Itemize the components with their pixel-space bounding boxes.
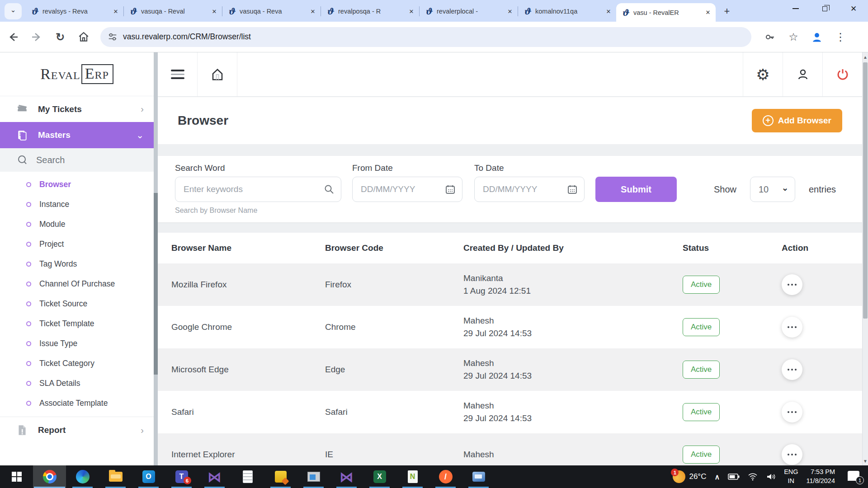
sidebar-scrollbar-thumb[interactable] <box>154 193 158 375</box>
taskbar-teams[interactable]: T 6 <box>165 465 198 488</box>
home-button[interactable] <box>73 27 94 47</box>
sidebar-item-ticket-source[interactable]: Ticket Source <box>0 294 154 314</box>
tray-expand-button[interactable] <box>710 465 724 488</box>
add-browser-button[interactable]: Add Browser <box>752 109 842 132</box>
logout-button[interactable] <box>822 52 862 96</box>
window-minimize-button[interactable] <box>781 0 810 17</box>
battery-indicator[interactable] <box>724 465 744 488</box>
chevron-down-icon <box>782 184 788 194</box>
from-date-input[interactable] <box>361 184 445 194</box>
search-icon[interactable] <box>324 184 335 195</box>
calendar-icon[interactable] <box>567 184 578 195</box>
scroll-up-icon[interactable] <box>863 53 868 61</box>
browser-tab-4[interactable]: revalposqa - R <box>321 4 419 19</box>
settings-button[interactable] <box>743 52 783 96</box>
reload-button[interactable] <box>50 27 71 47</box>
sidebar-item-channel-of-purchase[interactable]: Channel Of Purchase <box>0 274 154 294</box>
sidebar-item-module[interactable]: Module <box>0 214 154 234</box>
sidebar-item-browser[interactable]: Browser <box>0 174 154 194</box>
row-actions-button[interactable] <box>782 317 802 338</box>
taskbar-postman[interactable]: / <box>429 465 462 488</box>
sidebar-item-ticket-template[interactable]: Ticket Template <box>0 314 154 333</box>
logo-text-boxed: Erp <box>81 64 113 84</box>
bookmark-star-button[interactable] <box>783 27 804 47</box>
sidebar-search[interactable]: Search <box>0 148 154 172</box>
search-input[interactable] <box>184 184 324 194</box>
taskbar-window-app[interactable] <box>297 465 330 488</box>
clock[interactable]: 7:53 PM 11/8/2024 <box>802 465 839 488</box>
sidebar-item-sla-details[interactable]: SLA Details <box>0 373 154 393</box>
browser-tab-1[interactable]: revalsys - Reva <box>25 4 123 19</box>
back-button[interactable] <box>3 27 24 47</box>
profile-avatar[interactable] <box>807 27 827 47</box>
start-button[interactable] <box>0 465 33 488</box>
search-word-field[interactable] <box>175 177 341 202</box>
sidebar-item-instance[interactable]: Instance <box>0 194 154 214</box>
tab-close-icon[interactable] <box>604 7 613 15</box>
profile-button[interactable] <box>783 52 822 96</box>
submit-button[interactable]: Submit <box>595 177 677 202</box>
sidebar-item-report[interactable]: Report <box>0 417 154 443</box>
browser-tab-2[interactable]: vasuqa - Reval <box>124 4 222 19</box>
page-size-select[interactable]: 10 <box>750 177 795 202</box>
window-restore-button[interactable] <box>810 0 839 17</box>
notification-center-button[interactable]: 1 <box>839 465 865 488</box>
url-text[interactable]: vasu.revalerp.com/CRM/Browser/list <box>123 32 251 42</box>
to-date-input[interactable] <box>483 184 567 194</box>
browser-tab-3[interactable]: vasuqa - Reva <box>222 4 321 19</box>
sidebar-item-tag-words[interactable]: Tag Words <box>0 254 154 274</box>
language-indicator[interactable]: ENG IN <box>780 465 802 488</box>
site-settings-icon[interactable] <box>108 32 118 42</box>
sidebar-item-my-tickets[interactable]: My Tickets <box>0 96 154 122</box>
taskbar-file-explorer[interactable] <box>99 465 132 488</box>
network-indicator[interactable] <box>744 465 762 488</box>
to-date-field[interactable] <box>474 177 585 202</box>
tab-close-icon[interactable] <box>210 7 218 15</box>
taskbar-notepad-plus[interactable]: N <box>396 465 429 488</box>
sidebar-item-masters[interactable]: Masters <box>0 122 154 148</box>
row-actions-button[interactable] <box>782 274 802 295</box>
minimize-icon <box>793 8 799 9</box>
app-home-button[interactable] <box>198 52 237 96</box>
sidebar-scrollbar[interactable] <box>154 52 158 465</box>
sidebar-item-associate-template[interactable]: Associate Template <box>0 393 154 413</box>
taskbar-visual-studio-2[interactable] <box>330 465 363 488</box>
forward-button[interactable] <box>26 27 47 47</box>
row-actions-button[interactable] <box>782 402 802 422</box>
taskbar-terminal[interactable] <box>462 465 495 488</box>
tab-search-chevron-icon[interactable] <box>5 3 22 19</box>
browser-tab-6[interactable]: komalnov11qa <box>518 4 616 19</box>
taskbar-visual-studio[interactable] <box>198 465 231 488</box>
tab-close-icon[interactable] <box>506 7 514 15</box>
browser-tab-active[interactable]: vasu - RevalER <box>616 3 716 22</box>
taskbar-outlook[interactable]: O <box>132 465 165 488</box>
browser-menu-button[interactable] <box>830 27 851 47</box>
address-bar[interactable]: vasu.revalerp.com/CRM/Browser/list <box>100 27 751 47</box>
weather-widget[interactable]: 1 26°C <box>669 465 710 488</box>
tab-close-icon[interactable] <box>407 7 415 15</box>
taskbar-ssms[interactable] <box>264 465 297 488</box>
page-scrollbar[interactable] <box>862 52 868 465</box>
taskbar-chrome[interactable] <box>33 465 66 488</box>
from-date-field[interactable] <box>352 177 462 202</box>
page-scrollbar-thumb[interactable] <box>863 62 868 319</box>
tab-close-icon[interactable] <box>112 7 120 15</box>
sidebar-item-issue-type[interactable]: Issue Type <box>0 333 154 353</box>
scroll-down-icon[interactable] <box>863 457 868 465</box>
browser-tab-5[interactable]: revalerplocal - <box>420 4 518 19</box>
sidebar-item-ticket-category[interactable]: Ticket Category <box>0 353 154 373</box>
row-actions-button[interactable] <box>782 359 802 380</box>
taskbar-notepad[interactable] <box>231 465 264 488</box>
window-close-button[interactable] <box>839 0 868 17</box>
taskbar-edge[interactable] <box>66 465 99 488</box>
password-manager-button[interactable] <box>760 27 780 47</box>
calendar-icon[interactable] <box>445 184 456 195</box>
tab-close-icon[interactable] <box>309 7 317 15</box>
row-actions-button[interactable] <box>782 444 802 465</box>
taskbar-excel[interactable]: X <box>363 465 396 488</box>
tab-close-icon[interactable] <box>704 9 712 17</box>
volume-indicator[interactable] <box>762 465 780 488</box>
menu-toggle-button[interactable] <box>158 52 198 96</box>
new-tab-button[interactable] <box>720 5 734 18</box>
sidebar-item-project[interactable]: Project <box>0 234 154 254</box>
